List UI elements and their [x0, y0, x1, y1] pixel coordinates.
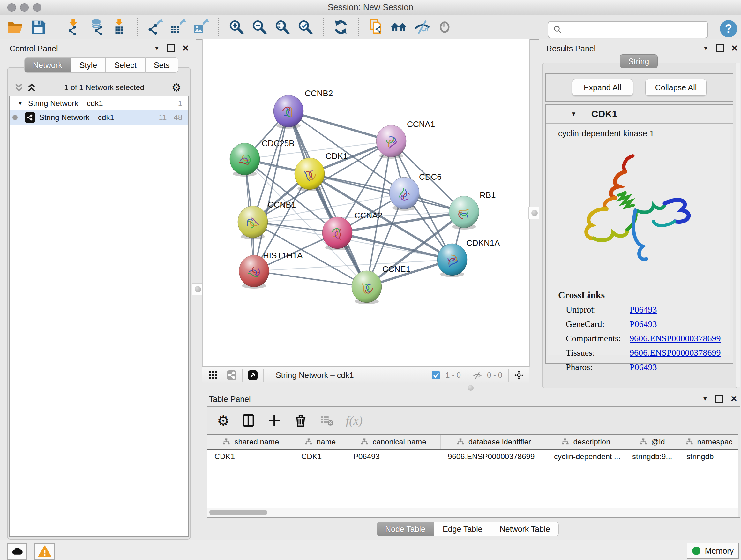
birdseye-view-icon[interactable] — [512, 369, 526, 381]
cloud-icon[interactable] — [7, 543, 27, 560]
node-CDKN1A[interactable]: CDKN1A — [437, 238, 500, 277]
table-hscrollbar-thumb[interactable] — [209, 509, 267, 515]
network-collection-row[interactable]: ▼ String Network – cdk1 1 — [10, 97, 188, 111]
node-RB1[interactable]: RB1 — [449, 190, 496, 230]
results-panel-float-icon[interactable] — [716, 44, 724, 52]
control-panel-close-icon[interactable]: ✕ — [182, 45, 189, 51]
table-panel-minimize-icon[interactable]: ▼ — [702, 395, 708, 402]
import-table-file-icon[interactable] — [108, 17, 131, 37]
tab-node-table[interactable]: Node Table — [377, 522, 434, 537]
horizontal-splitter-grip[interactable] — [468, 385, 474, 391]
save-session-icon[interactable] — [27, 17, 50, 37]
tab-edge-table[interactable]: Edge Table — [434, 522, 491, 537]
crosslink-link[interactable]: 9606.ENSP00000378699 — [630, 333, 721, 344]
share-view-icon[interactable] — [225, 369, 239, 381]
column-header-namespac[interactable]: namespac — [679, 435, 738, 449]
tab-network[interactable]: Network — [24, 57, 71, 73]
toolbar-separator — [56, 18, 57, 36]
zoom-fit-icon[interactable] — [271, 17, 294, 37]
table-panel-close-icon[interactable]: ✕ — [731, 395, 738, 402]
tab-sets[interactable]: Sets — [145, 57, 179, 73]
title-bar: Session: New Session — [0, 0, 741, 15]
column-header-canonical-name[interactable]: canonical name — [346, 435, 441, 449]
import-network-database-icon[interactable] — [85, 17, 108, 37]
refresh-view-icon[interactable] — [329, 17, 352, 37]
crosslink-label: Uniprot: — [566, 305, 630, 315]
table-options-gear-icon[interactable]: ⚙ — [217, 413, 229, 429]
expand-all-button[interactable]: Expand All — [572, 79, 633, 96]
node-CCNE1[interactable]: CCNE1 — [352, 264, 410, 304]
collection-count: 1 — [178, 99, 182, 108]
network-canvas[interactable]: CCNB2CCNA1CDC25BCDK1CDC6RB1CCNB1CCNA2CDK… — [202, 39, 530, 367]
table-panel-float-icon[interactable] — [715, 395, 724, 403]
network-edge-count: 48 — [174, 113, 182, 122]
warning-icon[interactable] — [35, 543, 55, 560]
node-collapse-icon[interactable]: ▼ — [570, 111, 577, 118]
node-CDC25B[interactable]: CDC25B — [230, 138, 294, 177]
control-panel-minimize-icon[interactable]: ▼ — [154, 45, 160, 52]
results-panel-minimize-icon[interactable]: ▼ — [703, 45, 709, 52]
tab-style[interactable]: Style — [71, 57, 106, 73]
control-panel-float-icon[interactable] — [167, 44, 175, 52]
export-network-icon[interactable] — [144, 17, 166, 37]
node-CCNA1[interactable]: CCNA1 — [376, 119, 435, 159]
results-panel-close-icon[interactable]: ✕ — [731, 45, 738, 51]
hide-selected-icon[interactable] — [411, 17, 434, 37]
node-HIST1H1A[interactable]: HIST1H1A — [239, 251, 303, 289]
create-column-icon[interactable] — [267, 413, 282, 428]
memory-button[interactable]: Memory — [687, 543, 739, 559]
string-results-content: Expand All Collapse All ▼ CDK1 cyclin-de… — [542, 63, 738, 388]
network-row[interactable]: String Network – cdk1 11 48 — [10, 111, 188, 125]
show-hidden-icon[interactable] — [434, 17, 457, 37]
detach-view-icon[interactable] — [246, 369, 260, 381]
search-input[interactable] — [563, 23, 708, 37]
column-label: @id — [651, 437, 665, 446]
collection-expand-icon[interactable]: ▼ — [17, 100, 23, 107]
export-image-icon[interactable] — [190, 17, 212, 37]
help-icon[interactable]: ? — [720, 20, 737, 37]
delete-table-icon[interactable] — [320, 413, 334, 428]
crosslink-link[interactable]: P06493 — [630, 305, 657, 315]
column-header-description[interactable]: description — [547, 435, 625, 449]
delete-column-icon[interactable] — [293, 413, 308, 428]
column-header--id[interactable]: @id — [625, 435, 679, 449]
table-hscrollbar[interactable] — [207, 508, 738, 516]
open-session-icon[interactable] — [4, 17, 27, 37]
crosslink-label: GeneCard: — [566, 319, 630, 329]
network-options-gear-icon[interactable]: ⚙ — [172, 81, 181, 94]
tab-select[interactable]: Select — [106, 57, 145, 73]
table-cell: 9606.ENSP00000378699 — [441, 449, 547, 463]
clone-network-icon[interactable] — [365, 17, 388, 37]
results-scrollbar[interactable] — [736, 63, 740, 387]
grid-view-icon[interactable] — [206, 369, 220, 381]
zoom-in-icon[interactable] — [225, 17, 248, 37]
selected-node-edge-counts: 1 - 0 — [446, 371, 461, 380]
show-all-networks-icon[interactable] — [388, 17, 411, 37]
horizontal-splitter[interactable] — [202, 384, 529, 392]
crosslink-link[interactable]: P06493 — [630, 362, 657, 372]
import-network-file-icon[interactable] — [62, 17, 85, 37]
zoom-selected-icon[interactable] — [294, 17, 317, 37]
node-CCNB1[interactable]: CCNB1 — [238, 200, 296, 240]
collapse-all-button[interactable]: Collapse All — [645, 79, 706, 96]
tab-string[interactable]: String — [620, 54, 658, 68]
toolbar-separator — [137, 18, 138, 36]
export-table-icon[interactable] — [166, 17, 190, 37]
collapse-all-icon[interactable] — [13, 82, 24, 93]
zoom-out-icon[interactable] — [248, 17, 271, 37]
hidden-eye-icon[interactable] — [470, 369, 484, 381]
right-splitter-grip[interactable] — [529, 207, 541, 219]
column-header-name[interactable]: name — [294, 435, 346, 449]
column-header-database-identifier[interactable]: database identifier — [441, 435, 547, 449]
crosslink-link[interactable]: P06493 — [630, 319, 657, 329]
search-box[interactable] — [548, 21, 708, 38]
selected-checkbox-icon[interactable] — [429, 369, 443, 381]
crosslink-link[interactable]: 9606.ENSP00000378699 — [630, 348, 721, 358]
function-builder-icon[interactable]: f(x) — [346, 414, 362, 428]
expand-all-icon[interactable] — [26, 82, 37, 93]
show-columns-icon[interactable] — [241, 413, 256, 428]
table-row[interactable]: CDK1CDK1P064939606.ENSP00000378699cyclin… — [207, 449, 738, 463]
tab-network-table[interactable]: Network Table — [491, 522, 559, 537]
column-header-shared-name[interactable]: shared name — [207, 435, 294, 449]
node-details-header[interactable]: ▼ CDK1 — [546, 105, 733, 124]
